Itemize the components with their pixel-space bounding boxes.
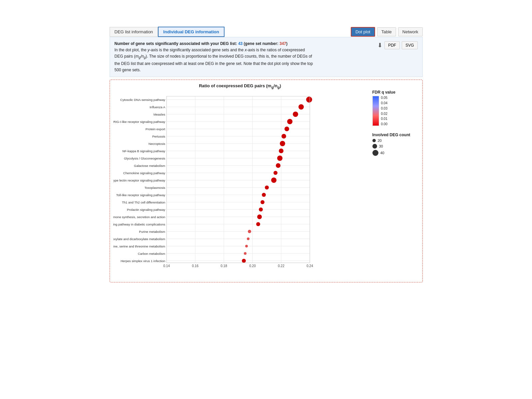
fdr-label-0.04: 0.04 xyxy=(381,101,387,105)
dot-13 xyxy=(262,193,266,197)
svg-text:Purine metabolism: Purine metabolism xyxy=(139,230,165,233)
svg-text:AGE-RAGE signaling pathway in : AGE-RAGE signaling pathway in diabetic c… xyxy=(113,222,165,226)
info-desc4: 500 gene sets. xyxy=(115,67,371,73)
dot-18 xyxy=(248,230,251,233)
download-icon[interactable]: ⬇ xyxy=(377,41,382,50)
size-item-30: 30 xyxy=(372,144,419,149)
svg-text:RIG-I-like receptor signaling : RIG-I-like receptor signaling pathway xyxy=(113,120,165,124)
dot-6 xyxy=(280,141,285,146)
dot-21 xyxy=(244,252,247,255)
tab-network[interactable]: Network xyxy=(398,27,423,36)
dot-9 xyxy=(276,163,280,168)
dot-11 xyxy=(271,178,276,183)
tab-table[interactable]: Table xyxy=(377,27,396,36)
svg-text:NF-kappa B signaling pathway: NF-kappa B signaling pathway xyxy=(122,149,165,153)
chart-container: Ratio of coexpressed DEG pairs (mg/ng) .… xyxy=(110,80,423,282)
info-prefix: Number of gene sets significantly associ… xyxy=(115,41,238,46)
dot-17 xyxy=(256,222,260,226)
download-pdf-button[interactable]: PDF xyxy=(384,41,400,49)
svg-text:Growth hormone synthesis, secr: Growth hormone synthesis, secretion and … xyxy=(113,215,165,219)
size-item-20: 20 xyxy=(372,139,419,143)
dot-0 xyxy=(306,97,312,103)
download-bar: ⬇ PDF SVG xyxy=(377,41,417,50)
fdr-label-0.03: 0.03 xyxy=(381,107,387,110)
legend-area: FDR q value 0.05 0.04 0.03 0.02 0.01 0.0… xyxy=(372,83,419,279)
dot-3 xyxy=(287,119,292,124)
svg-text:Galactose metabolism: Galactose metabolism xyxy=(134,164,165,168)
color-bar xyxy=(372,96,379,126)
size-label-40: 40 xyxy=(380,151,384,155)
size-circle-40 xyxy=(372,150,378,156)
info-count: 43 xyxy=(238,41,243,46)
tab-bar: DEG list information Individual DEG info… xyxy=(110,27,423,37)
info-desc1: In the dot plot, the y-axis is the signi… xyxy=(115,47,371,53)
right-tabs: Dot plot Table Network xyxy=(351,27,423,37)
svg-text:Protein export: Protein export xyxy=(145,127,165,131)
svg-text:Prolactin signaling pathway: Prolactin signaling pathway xyxy=(127,208,165,211)
svg-text:Necroptosis: Necroptosis xyxy=(148,142,165,146)
svg-text:0.22: 0.22 xyxy=(278,264,284,268)
left-tabs: DEG list information Individual DEG info… xyxy=(110,27,225,37)
svg-text:Toll-like receptor signaling p: Toll-like receptor signaling pathway xyxy=(116,193,165,197)
dot-14 xyxy=(261,200,265,204)
info-gene-set: 347 xyxy=(279,41,286,46)
dot-22 xyxy=(242,259,246,263)
svg-text:0.20: 0.20 xyxy=(249,264,256,268)
tab-dot-plot[interactable]: Dot plot xyxy=(351,27,375,37)
svg-text:Glyoxylate and dicarboxylate m: Glyoxylate and dicarboxylate metabolism xyxy=(113,237,165,241)
svg-text:Chemokine signaling pathway: Chemokine signaling pathway xyxy=(123,171,165,175)
svg-text:0.16: 0.16 xyxy=(192,264,199,268)
fdr-label-0.02: 0.02 xyxy=(381,112,387,116)
size-legend: Involved DEG count 20 30 40 xyxy=(372,133,419,157)
dot-1 xyxy=(298,104,304,110)
svg-text:Influenza A: Influenza A xyxy=(149,105,165,109)
svg-text:Toxoplasmosis: Toxoplasmosis xyxy=(144,186,165,190)
svg-text:Glycine, serine and threonine : Glycine, serine and threonine metabolism xyxy=(113,244,165,248)
size-circle-20 xyxy=(372,139,376,142)
svg-text:Glycolysis / Gluconeogenesis: Glycolysis / Gluconeogenesis xyxy=(124,157,165,160)
chart-title: Ratio of coexpressed DEG pairs (mg/ng) xyxy=(113,83,367,89)
svg-text:Pertussis: Pertussis xyxy=(152,135,165,138)
dot-4 xyxy=(284,127,289,131)
dot-12 xyxy=(265,186,269,190)
dot-10 xyxy=(273,171,277,175)
svg-text:Cytosolic DNA-sensing pathway: Cytosolic DNA-sensing pathway xyxy=(120,98,165,102)
size-circle-30 xyxy=(372,144,377,149)
color-labels: 0.05 0.04 0.03 0.02 0.01 0.00 xyxy=(381,96,387,126)
fdr-legend: FDR q value 0.05 0.04 0.03 0.02 0.01 0.0… xyxy=(372,90,419,126)
svg-text:Th1 and Th2 cell differentiati: Th1 and Th2 cell differentiation xyxy=(122,200,165,204)
fdr-label-0.00: 0.00 xyxy=(381,122,387,126)
info-desc2: DEG pairs (mg/ng). The size of nodes is … xyxy=(115,53,371,60)
dot-20 xyxy=(245,245,248,247)
svg-text:0.18: 0.18 xyxy=(221,264,227,268)
dot-19 xyxy=(247,237,250,240)
info-text: Number of gene sets significantly associ… xyxy=(115,41,371,73)
size-legend-title: Involved DEG count xyxy=(372,133,419,137)
dot-2 xyxy=(293,112,298,117)
size-label-20: 20 xyxy=(378,139,382,143)
svg-text:Carbon metabolism: Carbon metabolism xyxy=(138,252,165,255)
fdr-label-0.05: 0.05 xyxy=(381,96,387,100)
dot-8 xyxy=(277,156,282,161)
dot-7 xyxy=(279,149,283,153)
svg-text:Measles: Measles xyxy=(153,113,165,116)
tab-deg-list[interactable]: DEG list information xyxy=(110,27,158,37)
dot-5 xyxy=(281,134,286,139)
dot-16 xyxy=(257,214,262,219)
size-item-40: 40 xyxy=(372,150,419,156)
info-suffix: (gene set number: xyxy=(243,41,279,46)
info-section: Number of gene sets significantly associ… xyxy=(110,37,423,77)
svg-text:0.14: 0.14 xyxy=(163,264,170,268)
dot-15 xyxy=(259,207,263,211)
info-line1: Number of gene sets significantly associ… xyxy=(115,41,371,47)
tab-individual-deg[interactable]: Individual DEG information xyxy=(158,27,225,37)
fdr-legend-title: FDR q value xyxy=(372,90,419,95)
size-label-30: 30 xyxy=(379,144,383,148)
chart-area: Ratio of coexpressed DEG pairs (mg/ng) .… xyxy=(113,83,367,279)
info-desc3: the DEG list that are coexpressed with a… xyxy=(115,61,371,67)
svg-text:0.24: 0.24 xyxy=(306,264,313,268)
download-svg-button[interactable]: SVG xyxy=(402,41,417,49)
svg-text:Herpes simplex virus 1 infecti: Herpes simplex virus 1 infection xyxy=(120,259,165,263)
fdr-label-0.01: 0.01 xyxy=(381,117,387,121)
color-legend: 0.05 0.04 0.03 0.02 0.01 0.00 xyxy=(372,96,419,126)
